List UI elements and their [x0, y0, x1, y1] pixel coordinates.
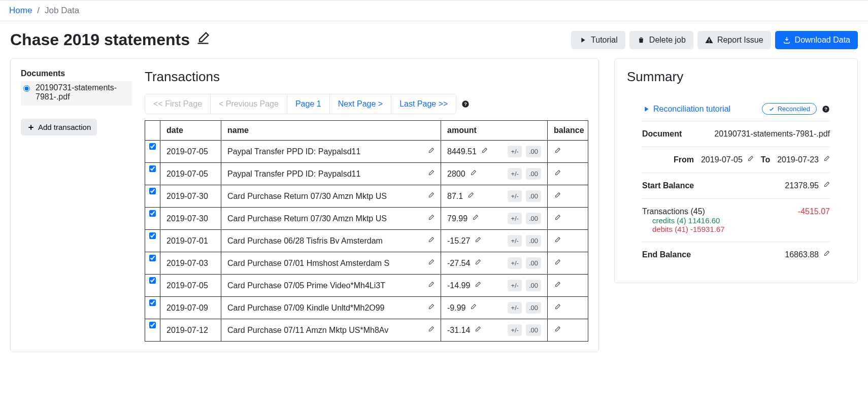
sign-toggle[interactable]: +/-	[508, 302, 522, 314]
cents-toggle[interactable]: .00	[526, 324, 541, 336]
edit-from-icon[interactable]	[747, 155, 754, 164]
row-amount: 2800	[447, 169, 465, 179]
sign-toggle[interactable]: +/-	[508, 280, 522, 291]
row-checkbox[interactable]	[149, 143, 156, 150]
delete-job-button[interactable]: Delete job	[629, 31, 693, 49]
row-checkbox[interactable]	[149, 299, 156, 306]
first-page-button[interactable]: << First Page	[145, 94, 211, 114]
page-title: Chase 2019 statements	[10, 30, 210, 49]
report-issue-button[interactable]: Report Issue	[697, 31, 771, 49]
edit-to-icon[interactable]	[823, 155, 830, 164]
col-amount: amount	[441, 121, 548, 141]
breadcrumb-current: Job Data	[45, 6, 79, 16]
cents-toggle[interactable]: .00	[526, 302, 541, 314]
cents-toggle[interactable]: .00	[526, 190, 541, 202]
edit-name-icon[interactable]	[427, 303, 435, 313]
edit-amount-icon[interactable]	[472, 214, 479, 223]
edit-amount-icon[interactable]	[470, 169, 477, 179]
debits-line: debits (41) -15931.67	[642, 225, 725, 233]
edit-name-icon[interactable]	[427, 326, 435, 335]
edit-name-icon[interactable]	[427, 192, 435, 201]
edit-name-icon[interactable]	[427, 236, 435, 246]
prev-page-button[interactable]: < Previous Page	[211, 94, 287, 114]
reconciliation-tutorial-link[interactable]: Reconciliation tutorial	[642, 105, 730, 114]
header-row: Chase 2019 statements Tutorial Delete jo…	[10, 30, 858, 49]
breadcrumb-separator: /	[37, 6, 40, 16]
col-name: name	[221, 121, 441, 141]
edit-amount-icon[interactable]	[467, 192, 474, 201]
cents-toggle[interactable]: .00	[526, 235, 541, 247]
cents-toggle[interactable]: .00	[526, 257, 541, 269]
svg-rect-0	[709, 39, 709, 41]
row-amount: 87.1	[447, 192, 463, 201]
cents-toggle[interactable]: .00	[526, 280, 541, 291]
edit-name-icon[interactable]	[427, 281, 435, 290]
help-icon[interactable]: ?	[822, 105, 830, 113]
cents-toggle[interactable]: .00	[526, 213, 541, 224]
row-checkbox[interactable]	[149, 210, 156, 217]
edit-amount-icon[interactable]	[474, 281, 481, 290]
edit-amount-icon[interactable]	[470, 303, 477, 313]
edit-name-icon[interactable]	[427, 169, 435, 179]
edit-amount-icon[interactable]	[474, 259, 481, 268]
edit-balance-icon[interactable]	[554, 281, 561, 290]
summary-document-row: Document 20190731-statements-7981-.pdf	[642, 121, 830, 147]
row-amount: -27.54	[447, 259, 470, 268]
edit-balance-icon[interactable]	[554, 214, 561, 223]
cents-toggle[interactable]: .00	[526, 146, 541, 157]
row-checkbox[interactable]	[149, 188, 156, 194]
table-row: 2019-07-09Card Purchase 07/09 Kindle Unl…	[145, 297, 588, 319]
edit-balance-icon[interactable]	[554, 259, 561, 267]
breadcrumb-home[interactable]: Home	[9, 6, 32, 16]
edit-start-balance-icon[interactable]	[823, 181, 830, 190]
last-page-button[interactable]: Last Page >>	[391, 94, 456, 114]
download-data-button[interactable]: Download Data	[775, 31, 858, 49]
edit-end-balance-icon[interactable]	[823, 250, 830, 259]
row-amount: -9.99	[447, 303, 465, 313]
edit-balance-icon[interactable]	[554, 192, 561, 200]
document-radio[interactable]	[23, 85, 30, 92]
row-checkbox[interactable]	[149, 255, 156, 261]
summary-date-row: From 2019-07-05 To 2019-07-23	[642, 147, 830, 173]
edit-balance-icon[interactable]	[554, 147, 561, 156]
cents-toggle[interactable]: .00	[526, 168, 541, 180]
edit-name-icon[interactable]	[427, 214, 435, 223]
edit-balance-icon[interactable]	[554, 169, 561, 178]
row-name: Paypal Transfer PPD ID: Paypalsd11	[227, 169, 422, 179]
document-item[interactable]: 20190731-statements-7981-.pdf	[21, 81, 132, 106]
edit-balance-icon[interactable]	[554, 236, 561, 245]
download-data-label: Download Data	[795, 36, 850, 45]
sign-toggle[interactable]: +/-	[508, 324, 522, 336]
sign-toggle[interactable]: +/-	[508, 146, 522, 157]
edit-balance-icon[interactable]	[554, 326, 561, 334]
edit-name-icon[interactable]	[427, 147, 435, 156]
table-row: 2019-07-12Card Purchase 07/11 Amzn Mktp …	[145, 319, 588, 342]
sign-toggle[interactable]: +/-	[508, 190, 522, 202]
row-checkbox[interactable]	[149, 232, 156, 239]
add-transaction-button[interactable]: Add transaction	[21, 119, 97, 135]
edit-amount-icon[interactable]	[474, 236, 481, 246]
edit-name-icon[interactable]	[427, 259, 435, 268]
edit-amount-icon[interactable]	[474, 326, 481, 335]
edit-amount-icon[interactable]	[481, 147, 488, 156]
row-checkbox[interactable]	[149, 277, 156, 284]
row-name: Card Purchase 07/11 Amzn Mktp US*Mh8Av	[227, 326, 422, 335]
sign-toggle[interactable]: +/-	[508, 168, 522, 180]
sign-toggle[interactable]: +/-	[508, 235, 522, 247]
page-title-text: Chase 2019 statements	[10, 30, 190, 49]
next-page-button[interactable]: Next Page >	[330, 94, 392, 114]
edit-balance-icon[interactable]	[554, 303, 561, 312]
row-amount: -14.99	[447, 281, 470, 290]
table-row: 2019-07-05Paypal Transfer PPD ID: Paypal…	[145, 141, 588, 163]
edit-title-icon[interactable]	[196, 30, 210, 49]
row-checkbox[interactable]	[149, 165, 156, 172]
sign-toggle[interactable]: +/-	[508, 257, 522, 269]
row-checkbox[interactable]	[149, 322, 156, 328]
sign-toggle[interactable]: +/-	[508, 213, 522, 224]
delete-job-label: Delete job	[649, 36, 686, 45]
credits-line: credits (4) 11416.60	[642, 216, 725, 225]
tutorial-button[interactable]: Tutorial	[571, 31, 625, 49]
help-icon[interactable]: ?	[461, 100, 470, 108]
col-balance: balance	[548, 121, 588, 141]
warning-icon	[705, 36, 713, 44]
